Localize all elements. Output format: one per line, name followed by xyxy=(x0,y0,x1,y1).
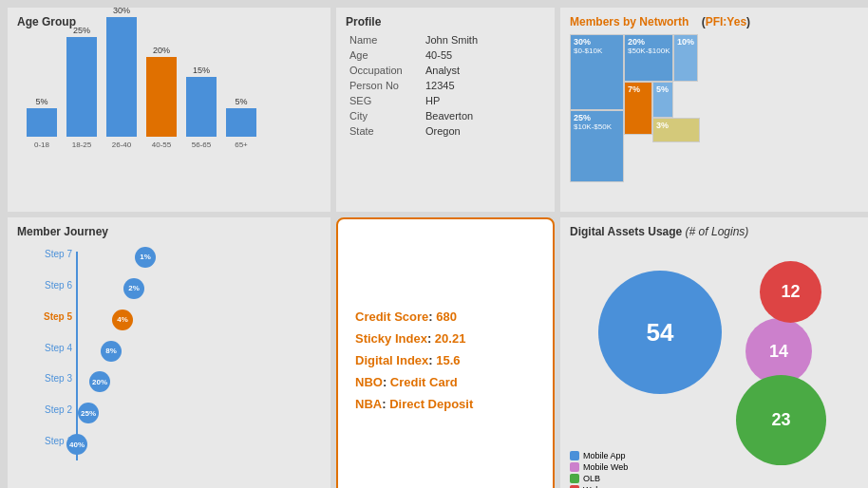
profile-field-value: HP xyxy=(422,93,545,108)
bar-rect xyxy=(106,17,137,137)
legend-item: OLB xyxy=(570,474,628,483)
treemap-segment: 20%$50K-$100K xyxy=(624,34,673,82)
legend-color xyxy=(570,462,579,472)
bar-pct: 5% xyxy=(235,97,247,106)
member-journey-title: Member Journey xyxy=(17,225,321,238)
age-bar-chart: 5% 0-18 25% 18-25 30% 26-40 20% 40-55 15… xyxy=(17,32,321,170)
nba-line: NBA: Direct Deposit xyxy=(355,397,536,411)
networth-treemap: 30%$0-$10K20%$50K-$100K10%25%$10K-$50K7%… xyxy=(570,34,868,186)
journey-dot: 4% xyxy=(112,310,133,330)
profile-field-value: 40-55 xyxy=(422,47,545,63)
treemap-segment: 3% xyxy=(652,118,700,142)
bar-col: 5% 65+ xyxy=(226,97,256,149)
bar-pct: 5% xyxy=(35,97,47,106)
bar-col: 20% 40-55 xyxy=(146,46,177,149)
profile-field-label: City xyxy=(346,108,422,123)
profile-row: Age40-55 xyxy=(346,47,545,63)
digital-assets-panel: Digital Assets Usage (# of Logins) 54142… xyxy=(560,217,868,488)
bar-col: 30% 26-40 xyxy=(106,6,137,149)
treemap-segment: 5% xyxy=(652,82,673,118)
sticky-index-label: Sticky Index xyxy=(355,331,427,346)
networth-title: Members by Networth (PFI:Yes) xyxy=(570,15,868,28)
bubble: 54 xyxy=(598,271,722,394)
bar-col: 15% 56-65 xyxy=(186,66,217,149)
profile-row: SEGHP xyxy=(346,93,545,108)
bar-col: 5% 0-18 xyxy=(27,97,57,149)
member-journey-panel: Member Journey Step 71%Step 62%Step 54%S… xyxy=(8,217,330,488)
journey-step-label: Step 7 xyxy=(17,249,72,259)
profile-field-value: 12345 xyxy=(422,78,545,93)
bar-pct: 25% xyxy=(73,26,90,35)
legend-label: OLB xyxy=(583,474,600,483)
legend: Mobile AppMobile WebOLBWeb xyxy=(570,451,628,488)
bar-pct: 20% xyxy=(153,46,170,55)
treemap-segment: 7% xyxy=(624,82,652,135)
credit-score-label: Credit Score xyxy=(355,310,428,324)
profile-field-value: Oregon xyxy=(422,123,545,139)
profile-panel: Profile NameJohn SmithAge40-55Occupation… xyxy=(336,8,555,212)
profile-field-label: Person No xyxy=(346,78,422,93)
treemap-segment: 30%$0-$10K xyxy=(570,34,624,110)
profile-row: OccupationAnalyst xyxy=(346,63,545,78)
credit-score-line: Credit Score: 680 xyxy=(355,310,536,324)
journey-dot: 1% xyxy=(135,247,156,268)
age-group-title: Age Group xyxy=(17,15,321,28)
profile-field-value: Analyst xyxy=(422,63,545,78)
treemap-segment: 25%$10K-$50K xyxy=(570,110,624,182)
journey-dot: 8% xyxy=(101,341,122,362)
journey-dot: 2% xyxy=(123,278,144,299)
age-group-panel: Age Group 5% 0-18 25% 18-25 30% 26-40 20… xyxy=(8,8,330,212)
bar-label: 56-65 xyxy=(192,141,211,149)
credit-score-value: 680 xyxy=(436,310,457,324)
profile-row: Person No12345 xyxy=(346,78,545,93)
legend-item: Mobile Web xyxy=(570,462,628,472)
profile-row: CityBeaverton xyxy=(346,108,545,123)
journey-vertical-line xyxy=(76,252,78,460)
profile-field-label: State xyxy=(346,123,422,139)
journey-step-label: Step 4 xyxy=(17,343,72,353)
profile-row: StateOregon xyxy=(346,123,545,139)
sticky-index-line: Sticky Index: 20.21 xyxy=(355,331,536,346)
legend-color xyxy=(570,474,579,483)
journey-dot: 40% xyxy=(66,434,87,455)
bar-label: 18-25 xyxy=(72,141,91,149)
bar-label: 0-18 xyxy=(34,141,49,149)
bubble: 12 xyxy=(760,261,821,323)
journey-dot: 25% xyxy=(78,403,99,423)
journey-step-label: Step 3 xyxy=(17,373,72,384)
legend-item: Mobile App xyxy=(570,451,628,460)
bar-rect xyxy=(146,57,177,137)
nba-label: NBA xyxy=(355,397,382,411)
bar-rect xyxy=(27,108,57,137)
bar-label: 40-55 xyxy=(152,141,171,149)
profile-field-value: Beaverton xyxy=(422,108,545,123)
nbo-label: NBO xyxy=(355,375,383,389)
journey-step-label: Step 6 xyxy=(17,280,72,291)
pfi-label: PFI:Yes xyxy=(706,15,746,28)
networth-panel: Members by Networth (PFI:Yes) 30%$0-$10K… xyxy=(560,8,868,212)
bar-pct: 15% xyxy=(193,66,210,75)
digital-index-line: Digital Index: 15.6 xyxy=(355,353,536,367)
profile-field-label: Age xyxy=(346,47,422,63)
profile-field-label: SEG xyxy=(346,93,422,108)
profile-row: NameJohn Smith xyxy=(346,32,545,47)
bubbles-area: 54142312 xyxy=(570,242,868,470)
nbo-line: NBO: Credit Card xyxy=(355,375,536,389)
credit-card-panel: Credit Score: 680 Sticky Index: 20.21 Di… xyxy=(336,217,555,488)
journey-step-label: Step 1 xyxy=(17,436,72,446)
bar-rect xyxy=(226,108,256,137)
bar-col: 25% 18-25 xyxy=(66,26,97,149)
bar-rect xyxy=(186,77,217,137)
treemap-segment: 10% xyxy=(673,34,698,82)
legend-color xyxy=(570,451,579,460)
bar-label: 65+ xyxy=(235,141,248,149)
digital-index-label: Digital Index xyxy=(355,353,428,367)
bar-pct: 30% xyxy=(113,6,130,15)
legend-label: Mobile App xyxy=(583,451,626,460)
profile-title: Profile xyxy=(346,15,545,28)
profile-field-value: John Smith xyxy=(422,32,545,47)
journey-step-label: Step 2 xyxy=(17,404,72,415)
bubble: 23 xyxy=(736,375,826,465)
profile-table: NameJohn SmithAge40-55OccupationAnalystP… xyxy=(346,32,545,139)
profile-field-label: Occupation xyxy=(346,63,422,78)
